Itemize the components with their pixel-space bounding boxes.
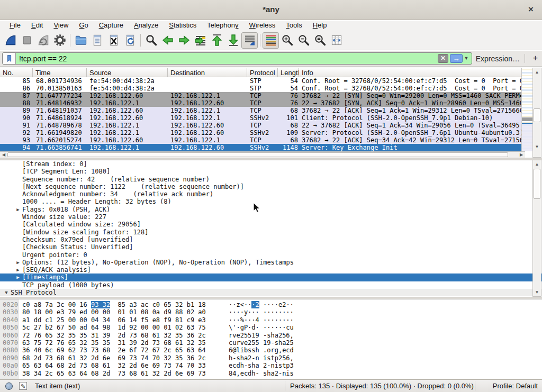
hex-row[interactable]: 00b038 34 2c 65 63 64 68 2d 73 68 61 32 …	[0, 370, 542, 377]
hex-bytes[interactable]: 80 18 00 e3 79 ed 00 00 01 01 08 0a d9 8…	[22, 308, 206, 316]
zoom-reset-button[interactable]	[312, 32, 328, 49]
expander-right-icon[interactable]: ▶	[14, 274, 22, 281]
detail-line[interactable]: Checksum: 0x79ed [unverified]	[0, 236, 542, 243]
close-window-button[interactable]: ×	[525, 4, 537, 15]
menu-statistics[interactable]: Statistics	[164, 21, 202, 31]
scrollbar-thumb[interactable]	[534, 169, 540, 199]
menu-capture[interactable]: Capture	[94, 21, 129, 31]
column-header-destination[interactable]: Destination	[168, 68, 247, 77]
ascii-bytes[interactable]: 6@libssh .org,ecd	[229, 347, 294, 354]
ascii-bytes[interactable]: rve25519 -sha256,	[229, 332, 294, 339]
detail-line[interactable]: ▶Flags: 0x018 (PSH, ACK)	[0, 206, 542, 213]
hex-row[interactable]: 0040a1 dd c1 25 00 00 04 34 06 14 f5 e8 …	[0, 316, 542, 324]
menu-edit[interactable]: Edit	[26, 21, 48, 31]
menu-view[interactable]: View	[48, 21, 74, 31]
ascii-bytes[interactable]: ····y··· ········	[229, 308, 294, 316]
expander-right-icon[interactable]: ▶	[14, 206, 22, 213]
menu-wireless[interactable]: Wireless	[244, 21, 281, 31]
detail-line[interactable]: ▶[SEQ/ACK analysis]	[0, 266, 542, 274]
detail-line[interactable]: Acknowledgment number: 34 (relative ack …	[0, 190, 542, 198]
menu-analyze[interactable]: Analyze	[129, 21, 164, 31]
go-first-packet-button[interactable]	[209, 32, 225, 49]
capture-options-button[interactable]	[51, 32, 68, 49]
close-file-button[interactable]	[105, 32, 122, 49]
hex-row[interactable]: 008036 40 6c 69 62 73 73 68 2e 6f 72 67 …	[0, 347, 542, 354]
details-vscrollbar[interactable]: ▲ ▼	[532, 160, 541, 297]
intelligent-scrollbar-minimap[interactable]	[521, 68, 532, 151]
go-to-packet-button[interactable]	[192, 32, 209, 49]
menu-file[interactable]: File	[4, 21, 26, 31]
packet-row[interactable]: 8871.648146932192.168.122.1192.168.122.6…	[0, 99, 521, 107]
restart-capture-button[interactable]	[35, 32, 51, 49]
scrollbar-thumb[interactable]	[7, 152, 508, 157]
packet-row[interactable]: 8670.013850163fe:54:00:d4:38:2aSTP54Conf…	[0, 85, 521, 92]
menu-tools[interactable]: Tools	[281, 21, 307, 31]
detail-line[interactable]: ▶Options: (12 bytes), No-Operation (NOP)…	[0, 259, 542, 266]
detail-line[interactable]: ▼SSH Protocol	[0, 289, 542, 296]
detail-line[interactable]: [Checksum Status: Unverified]	[0, 243, 542, 251]
hex-bytes[interactable]: 36 40 6c 69 62 73 73 68 2e 6f 72 67 2c 6…	[22, 347, 206, 354]
ascii-bytes[interactable]: ···%···4 ········	[229, 316, 294, 324]
filter-input[interactable]: !tcp.port == 22	[16, 54, 438, 63]
detail-line[interactable]: TCP payload (1080 bytes)	[0, 281, 542, 289]
go-last-packet-button[interactable]	[225, 32, 241, 49]
scroll-down-icon[interactable]: ▼	[533, 143, 541, 151]
scroll-up-icon[interactable]: ▲	[533, 160, 541, 168]
find-packet-button[interactable]	[143, 32, 159, 49]
zoom-in-button[interactable]	[279, 32, 295, 49]
menu-help[interactable]: Help	[308, 21, 332, 31]
resize-columns-button[interactable]	[328, 32, 345, 49]
hex-row[interactable]: 003080 18 00 e3 79 ed 00 00 01 01 08 0a …	[0, 308, 542, 316]
expert-info-icon[interactable]	[5, 382, 13, 390]
detail-line[interactable]: 1000 .... = Header Length: 32 bytes (8)	[0, 198, 542, 205]
capture-comment-icon[interactable]: ✎	[19, 382, 27, 390]
column-header-source[interactable]: Source	[87, 68, 168, 77]
status-profile[interactable]: Profile: Default	[493, 382, 538, 390]
hex-row[interactable]: 007063 75 72 76 65 32 35 35 31 39 2d 73 …	[0, 339, 542, 347]
packet-row[interactable]: 8771.647777234192.168.122.60192.168.122.…	[0, 92, 521, 99]
detail-line[interactable]: [Window size scaling factor: 128]	[0, 229, 542, 236]
start-capture-button[interactable]	[2, 32, 19, 49]
detail-line[interactable]: [TCP Segment Len: 1080]	[0, 168, 542, 175]
reload-file-button[interactable]	[122, 32, 138, 49]
hex-bytes[interactable]: 72 76 65 32 35 35 31 39 2d 73 68 61 32 3…	[22, 332, 206, 339]
hex-bytes[interactable]: c0 a8 7a 3c 00 16 93 32 85 a3 ac c0 65 3…	[22, 301, 206, 308]
hex-row[interactable]: 0020c0 a8 7a 3c 00 16 93 32 85 a3 ac c0 …	[0, 301, 542, 308]
hex-bytes[interactable]: 65 63 64 68 2d 73 68 61 32 2d 6e 69 73 7…	[22, 362, 206, 369]
save-file-button[interactable]	[89, 32, 105, 49]
hex-row[interactable]: 006072 76 65 32 35 35 31 39 2d 73 68 61 …	[0, 332, 542, 339]
ascii-bytes[interactable]: h-sha2-n istp256,	[229, 354, 294, 362]
filter-apply-button[interactable]: →	[450, 54, 463, 63]
hex-bytes[interactable]: a1 dd c1 25 00 00 04 34 06 14 f5 e8 f9 8…	[22, 316, 206, 324]
hex-bytes[interactable]: 38 34 2c 65 63 64 68 2d 73 68 61 32 2d 6…	[22, 370, 206, 377]
detail-line[interactable]: ▶[Timestamps]	[0, 274, 542, 281]
display-filter-field[interactable]: !tcp.port == 22 ✕ → ▼	[2, 52, 472, 65]
detail-line[interactable]: Sequence number: 42 (relative sequence n…	[0, 176, 542, 183]
packet-row[interactable]: 8971.648191037192.168.122.60192.168.122.…	[0, 107, 521, 114]
zoom-out-button[interactable]	[295, 32, 312, 49]
detail-line[interactable]: [Next sequence number: 1122 (relative se…	[0, 183, 542, 190]
detail-line[interactable]: [Stream index: 0]	[0, 160, 542, 168]
detail-line[interactable]: Urgent pointer: 0	[0, 251, 542, 259]
scroll-down-icon[interactable]: ▼	[533, 288, 541, 296]
packet-row[interactable]: 9471.663856741192.168.122.1192.168.122.6…	[0, 144, 521, 151]
column-header-no[interactable]: No.	[0, 68, 33, 77]
filter-bookmark-button[interactable]	[3, 53, 16, 64]
stop-capture-button[interactable]	[19, 32, 35, 49]
ascii-bytes[interactable]: curve255 19-sha25	[229, 339, 294, 347]
filter-clear-button[interactable]: ✕	[438, 54, 448, 63]
ascii-bytes[interactable]: \'·gP·d· ······cu	[229, 324, 294, 331]
expression-button[interactable]: Expression…	[476, 54, 520, 63]
column-header-length[interactable]: Length	[278, 68, 299, 77]
go-forward-button[interactable]	[176, 32, 192, 49]
ascii-bytes[interactable]: 84,ecdh- sha2-nis	[229, 370, 294, 377]
packet-list-hscrollbar[interactable]: ◀ ▶	[0, 151, 525, 158]
packet-list-vscrollbar[interactable]: ▲ ▼	[532, 68, 541, 158]
ascii-bytes[interactable]: ecdh-sha 2-nistp3	[229, 362, 294, 369]
column-header-info[interactable]: Info	[299, 68, 521, 77]
menu-telephony[interactable]: Telephony	[202, 21, 243, 31]
packet-row[interactable]: 8568.001734936fe:54:00:d4:38:2aSTP54Conf…	[0, 77, 521, 85]
hex-bytes[interactable]: 63 75 72 76 65 32 35 35 31 39 2d 73 68 6…	[22, 339, 206, 347]
packet-row[interactable]: 9271.661949820192.168.122.1192.168.122.6…	[0, 129, 521, 136]
menu-go[interactable]: Go	[74, 21, 93, 31]
